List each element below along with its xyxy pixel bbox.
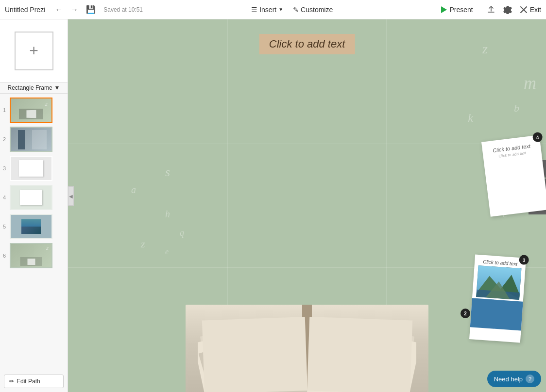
insert-chevron-icon: ▼ (278, 7, 283, 12)
slide-num-3: 3 (3, 165, 8, 171)
slide-item-1[interactable]: 1 z (0, 96, 68, 125)
present-button[interactable]: Present (441, 6, 473, 14)
help-question-icon: ? (526, 375, 534, 383)
card-3-image (476, 265, 521, 300)
slide-item-6[interactable]: 6 z (0, 241, 68, 270)
collapse-icon: ◀ (69, 194, 73, 199)
customize-label: Customize (301, 6, 333, 14)
frame-dropdown-icon: ▼ (54, 84, 60, 91)
book-image (186, 305, 428, 392)
slide-thumb-5[interactable] (10, 214, 52, 239)
slide-num-2: 2 (3, 136, 8, 142)
app-title: Untitled Prezi (5, 6, 45, 14)
slide-thumb-2[interactable] (10, 127, 52, 152)
customize-icon: ✎ (293, 6, 299, 14)
present-label: Present (449, 6, 473, 14)
frame-label-row: Rectangle Frame ▼ (0, 82, 68, 94)
top-banner[interactable]: Click to add text (259, 34, 355, 54)
redo-button[interactable]: → (68, 4, 80, 15)
slide-item-3[interactable]: 3 (0, 154, 68, 183)
slide-thumb-1[interactable]: z (10, 98, 52, 123)
play-icon (441, 6, 447, 13)
card-1[interactable]: 4 Click to add text Click to add text (481, 135, 546, 216)
need-help-button[interactable]: Need help ? (487, 371, 541, 387)
customize-button[interactable]: ✎ Customize (293, 6, 333, 14)
slide-num-4: 4 (3, 195, 8, 200)
share-icon (487, 5, 495, 14)
edit-path-label: Edit Path (17, 378, 40, 385)
header: Untitled Prezi ← → 💾 Saved at 10:51 ☰ In… (0, 0, 546, 19)
x-icon (520, 6, 528, 14)
slide-item-5[interactable]: 5 (0, 212, 68, 241)
settings-button[interactable] (501, 4, 514, 15)
insert-icon: ☰ (251, 6, 257, 14)
save-status: Saved at 10:51 (103, 6, 143, 13)
insert-label: Insert (259, 6, 276, 14)
slides-list: 1 z 2 (0, 94, 68, 371)
undo-button[interactable]: ← (53, 4, 65, 15)
frame-type-label: Rectangle Frame (8, 84, 52, 91)
slide-thumb-3[interactable] (10, 156, 52, 181)
exit-button[interactable]: Exit (520, 6, 541, 14)
card-3-blue-block (470, 298, 523, 330)
slide-num-5: 5 (3, 224, 8, 229)
slide-item-4[interactable]: 4 (0, 183, 68, 212)
exit-label: Exit (530, 6, 541, 14)
slide-thumb-6[interactable]: z (10, 243, 52, 268)
main-layout: + Rectangle Frame ▼ 1 z (0, 19, 546, 392)
collapse-sidebar-tab[interactable]: ◀ (68, 186, 74, 206)
save-button[interactable]: 💾 (84, 4, 98, 15)
frame-selector: + (0, 19, 68, 82)
add-frame-button[interactable]: + (15, 32, 53, 70)
sidebar: + Rectangle Frame ▼ 1 z (0, 19, 68, 392)
add-icon: + (29, 42, 38, 60)
gear-icon (503, 5, 512, 14)
slide-thumb-4[interactable] (10, 185, 52, 210)
need-help-label: Need help (494, 376, 523, 383)
card-3[interactable]: 3 Click to add text (469, 255, 526, 343)
slide-item-2[interactable]: 2 (0, 125, 68, 154)
canvas[interactable]: z m k b h s a h z p c q e z k n Click to… (68, 19, 546, 392)
edit-path-icon: ✏ (9, 378, 14, 385)
edit-path-button[interactable]: ✏ Edit Path (4, 375, 64, 388)
share-button[interactable] (485, 4, 497, 15)
badge-2: 2 (461, 309, 470, 318)
slide-num-6: 6 (3, 253, 8, 259)
slide-num-1: 1 (3, 107, 8, 113)
insert-button[interactable]: ☰ Insert ▼ (251, 6, 283, 14)
top-banner-text: Click to add text (269, 38, 345, 50)
